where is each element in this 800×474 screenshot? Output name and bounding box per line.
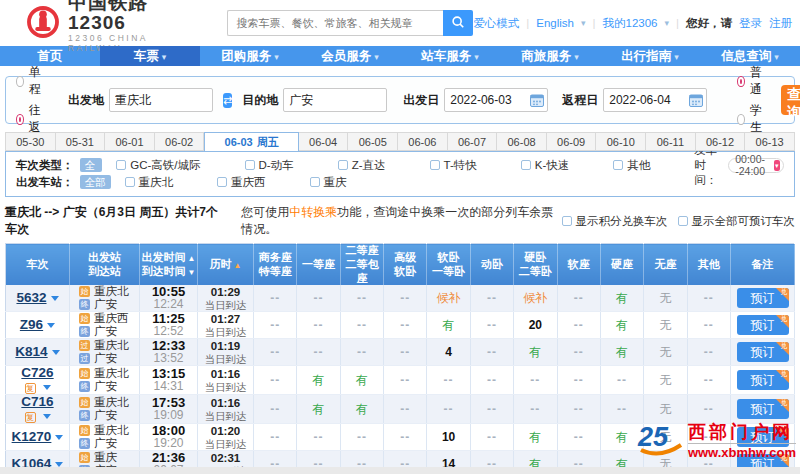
col-header[interactable]: 出发时间▲到达时间▼ — [140, 244, 198, 286]
seat-availability: 20 — [529, 318, 542, 332]
nav-item-member-services[interactable]: 会员服务▾ — [300, 46, 400, 66]
show-points-checkbox[interactable]: 显示积分兑换车次 — [562, 214, 668, 229]
col-header-text: 一等座 — [302, 258, 335, 270]
date-tab-06-01[interactable]: 06-01 — [105, 132, 155, 151]
care-mode-link[interactable]: 爱心模式 — [473, 16, 519, 31]
station-name: 广安 — [94, 352, 117, 365]
checkbox-icon — [562, 216, 572, 226]
nav-item-home[interactable]: 首页 — [0, 46, 100, 66]
seat-availability: -- — [270, 402, 280, 416]
train-number-link[interactable]: C716 — [6, 395, 69, 409]
date-tab-06-09[interactable]: 06-09 — [547, 132, 597, 151]
col-header: 无座 — [644, 244, 687, 286]
login-link[interactable]: 登录 — [739, 16, 762, 31]
trip-type-radio-oneway[interactable]: 单程 — [16, 64, 44, 98]
seat-cell: -- — [470, 339, 513, 366]
seat-availability: 10 — [442, 430, 455, 444]
date-tab-06-13[interactable]: 06-13 — [745, 132, 795, 151]
register-link[interactable]: 注册 — [769, 16, 792, 31]
train-number-link[interactable]: C726 — [6, 366, 69, 380]
book-button[interactable]: 预订兑 — [737, 315, 789, 335]
date-tab-05-31[interactable]: 05-31 — [56, 132, 106, 151]
sort-desc-icon[interactable]: ▼ — [188, 268, 196, 277]
origin-tag-icon: 过 — [79, 340, 90, 351]
expand-caret-icon[interactable] — [43, 414, 51, 419]
train-number-link[interactable]: K1270 — [6, 430, 69, 444]
train-type-all-chip[interactable]: 全部 — [80, 158, 103, 172]
search-button[interactable] — [443, 10, 473, 36]
col-header[interactable]: 历时▲ — [198, 244, 254, 286]
train-type-option[interactable]: D-动车 — [245, 158, 294, 173]
train-type-option[interactable]: GC-高铁/城际 — [116, 158, 200, 173]
train-number-link[interactable]: Z96 — [6, 318, 69, 332]
arrival-day-note: 当日到达 — [198, 438, 253, 450]
book-button[interactable]: 预订兑 — [737, 288, 789, 308]
query-button[interactable]: 查询 — [781, 85, 800, 115]
nav-item-info-query[interactable]: 信息查询▾ — [700, 46, 800, 66]
train-badges: 复 — [6, 381, 69, 394]
date-tab-05-30[interactable]: 05-30 — [5, 132, 56, 151]
seat-availability: -- — [270, 318, 280, 332]
date-tab-06-08[interactable]: 06-08 — [497, 132, 547, 151]
train-type-option[interactable]: T-特快 — [430, 158, 477, 173]
nav-item-business-travel[interactable]: 商旅服务▾ — [500, 46, 600, 66]
expand-caret-icon[interactable] — [43, 385, 51, 390]
seat-cell: -- — [470, 424, 513, 451]
to-input[interactable] — [283, 88, 387, 112]
english-link[interactable]: English — [536, 17, 574, 29]
passenger-type-radio-normal[interactable]: 普通 — [737, 64, 765, 98]
date-tab-06-04[interactable]: 06-04 — [299, 132, 349, 151]
sort-asc-icon[interactable]: ▲ — [234, 261, 242, 270]
date-tab-06-06[interactable]: 06-06 — [398, 132, 448, 151]
expand-caret-icon[interactable] — [47, 323, 55, 328]
seat-availability: 有 — [616, 430, 628, 444]
calendar-icon[interactable] — [689, 94, 703, 107]
date-tab-06-12[interactable]: 06-12 — [696, 132, 746, 151]
watermark-name: 西部门户网 — [688, 421, 796, 444]
date-tab-06-11[interactable]: 06-11 — [646, 132, 696, 151]
date-tab-06-10[interactable]: 06-10 — [596, 132, 646, 151]
nav-item-travel-guide[interactable]: 出行指南▾ — [600, 46, 700, 66]
show-all-bookable-checkbox[interactable]: 显示全部可预订车次 — [678, 214, 796, 229]
seat-cell: -- — [557, 312, 600, 339]
book-button[interactable]: 预订兑 — [737, 342, 789, 362]
depart-station-option[interactable]: 重庆西 — [217, 175, 266, 190]
date-tab-06-03[interactable]: 06-03周五 — [204, 132, 298, 151]
expand-caret-icon[interactable] — [52, 350, 60, 355]
swap-stations-button[interactable]: ⇄ — [223, 93, 232, 108]
my12306-link[interactable]: 我的12306 — [602, 16, 657, 31]
expand-caret-icon[interactable] — [51, 296, 59, 301]
date-tab-06-05[interactable]: 06-05 — [348, 132, 398, 151]
trip-type-radio-roundtrip[interactable]: 往返 — [16, 102, 44, 136]
date-tab-06-02[interactable]: 06-02 — [155, 132, 205, 151]
seat-cell: -- — [557, 366, 600, 395]
depart-time-select[interactable]: 00:00--24:00 ▾ — [728, 158, 784, 173]
expand-caret-icon[interactable] — [55, 435, 63, 440]
search-input[interactable] — [227, 10, 443, 36]
radio-icon — [737, 114, 745, 125]
passenger-type-radio-student[interactable]: 学生 — [737, 102, 765, 136]
nav-item-group-services[interactable]: 团购服务▾ — [200, 46, 300, 66]
nav-item-tickets[interactable]: 车票▾ — [100, 46, 200, 66]
col-header-text: 到达时间 — [142, 265, 186, 277]
from-input[interactable] — [109, 88, 213, 112]
depart-station-option[interactable]: 重庆 — [310, 175, 347, 190]
duration: 01:16 — [198, 397, 253, 410]
train-type-option[interactable]: 其他 — [613, 158, 650, 173]
sort-asc-icon[interactable]: ▲ — [188, 254, 196, 263]
train-type-option[interactable]: K-快速 — [521, 158, 570, 173]
train-number-link[interactable]: 5632 — [6, 291, 69, 305]
remark-cell: 预订兑 — [731, 312, 795, 339]
depart-station-option[interactable]: 重庆北 — [125, 175, 174, 190]
train-type-option[interactable]: Z-直达 — [338, 158, 386, 173]
date-tab-label: 06-11 — [657, 136, 684, 148]
query-form: 单程 往返 出发地 ⇄ 目的地 出发日 返程日 普通 学生 查询 — [5, 76, 795, 124]
calendar-icon[interactable] — [530, 94, 544, 107]
train-number-link[interactable]: K814 — [6, 345, 69, 359]
book-button[interactable]: 预订兑 — [737, 399, 789, 419]
nav-item-station-services[interactable]: 站车服务▾ — [400, 46, 500, 66]
date-tab-06-07[interactable]: 06-07 — [448, 132, 498, 151]
book-button[interactable]: 预订兑 — [737, 370, 789, 390]
transfer-link[interactable]: 中转换乘 — [289, 205, 337, 219]
depart-station-all-chip[interactable]: 全部 — [80, 175, 111, 189]
